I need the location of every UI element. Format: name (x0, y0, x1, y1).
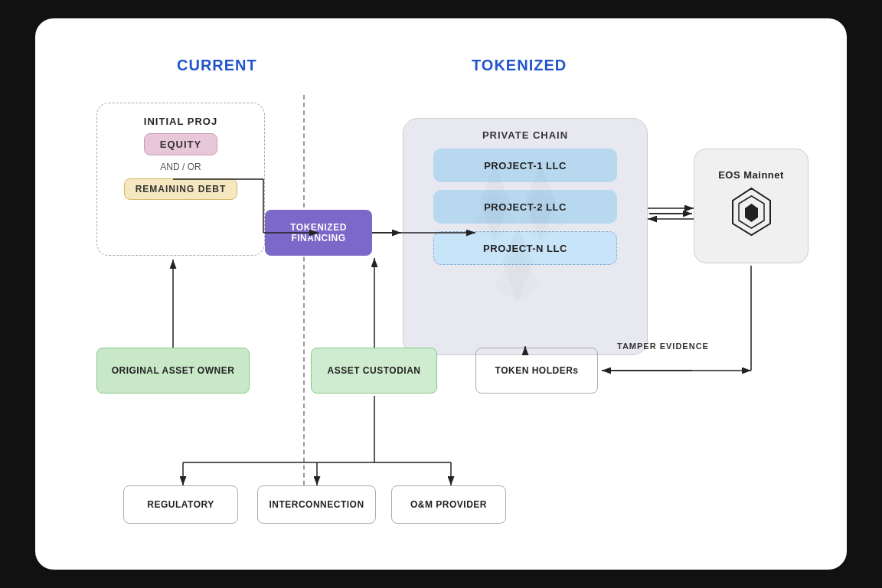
initial-proj-label: INITIAL PROJ (144, 116, 217, 127)
eos-mainnet-box: EOS Mainnet (694, 149, 808, 263)
original-asset-owner-box: ORIGINAL ASSET OWNER (96, 348, 250, 394)
initial-proj-box: INITIAL PROJ EQUITY AND / OR REMAINING D… (96, 103, 265, 256)
private-chain-box: PRIVATE CHAIN PROJECT-1 LLC PROJECT-2 LL… (403, 118, 648, 355)
project1-box: PROJECT-1 LLC (433, 149, 617, 182)
current-header: CURRENT (177, 57, 257, 74)
eos-icon (730, 187, 773, 243)
token-holders-box: TOKEN HOLDERs (475, 348, 598, 394)
section-divider (303, 95, 305, 516)
asset-custodian-box: ASSET CUSTODIAN (311, 348, 437, 394)
main-container: CURRENT TOKENIZED INITIAL PROJ EQUITY AN… (35, 18, 847, 570)
tamper-evidence-label: TAMPER EVIDENCE (617, 341, 709, 351)
regulatory-box: REGULATORY (123, 485, 238, 524)
project-n-box: PROJECT-N LLC (433, 231, 617, 265)
remaining-debt-badge: REMAINING DEBT (124, 178, 238, 200)
tokenized-financing-box: TOKENIZED FINANCING (265, 210, 372, 256)
om-provider-box: O&M PROVIDER (391, 485, 506, 524)
private-chain-label: PRIVATE CHAIN (482, 129, 568, 141)
eos-mainnet-label: EOS Mainnet (718, 169, 784, 181)
interconnection-box: INTERCONNECTION (257, 485, 376, 524)
svg-marker-8 (745, 204, 758, 222)
and-or-label: AND / OR (160, 162, 201, 172)
project2-box: PROJECT-2 LLC (433, 190, 617, 224)
equity-badge: EQUITY (144, 133, 217, 155)
tokenized-header: TOKENIZED (472, 57, 567, 74)
